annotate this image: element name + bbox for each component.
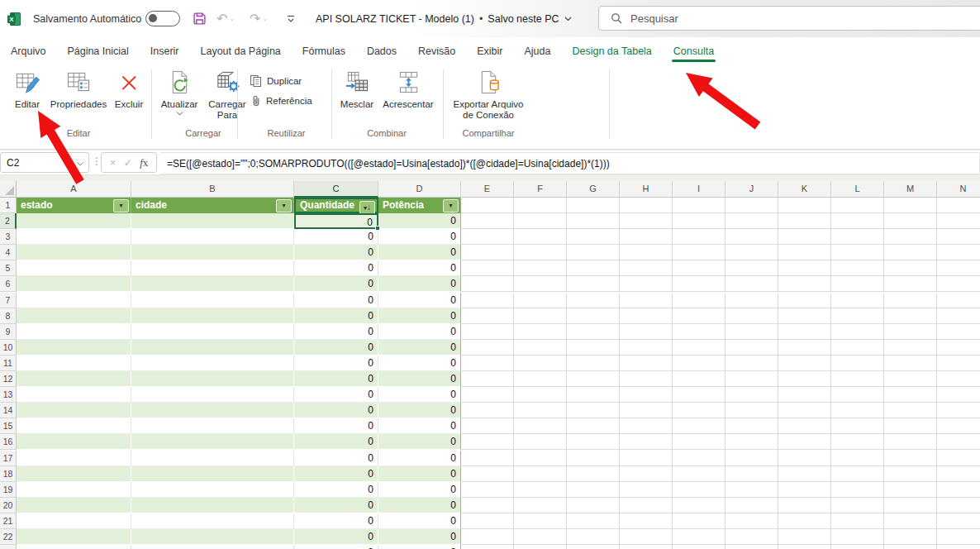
cell-B7[interactable]: [131, 293, 294, 308]
cell-L9[interactable]: [831, 324, 884, 340]
cell-F15[interactable]: [514, 418, 567, 434]
cell-E21[interactable]: [461, 513, 514, 529]
cell-E9[interactable]: [461, 324, 514, 340]
cell-C3[interactable]: 0: [294, 229, 378, 245]
cell-H13[interactable]: [620, 387, 673, 403]
cell-E14[interactable]: [461, 403, 514, 418]
cell-N20[interactable]: [937, 498, 980, 513]
cell-D5[interactable]: 0: [378, 260, 461, 276]
row-header-8[interactable]: 8: [0, 308, 17, 324]
table-header-cidade[interactable]: cidade▾: [131, 198, 294, 213]
cell-N10[interactable]: [937, 340, 980, 356]
cell-G20[interactable]: [567, 498, 620, 513]
cell-L11[interactable]: [831, 356, 884, 371]
cell-H21[interactable]: [620, 513, 673, 529]
cell-N8[interactable]: [937, 308, 980, 324]
cell-B2[interactable]: [131, 213, 294, 229]
cell-A20[interactable]: [17, 498, 131, 513]
cell-G14[interactable]: [567, 403, 620, 418]
cell-A13[interactable]: [17, 387, 131, 403]
cell-K12[interactable]: [778, 371, 831, 387]
column-header-H[interactable]: H: [620, 181, 673, 198]
cell-D23[interactable]: 0: [378, 545, 461, 549]
cell-C17[interactable]: 0: [294, 451, 378, 466]
cell-K5[interactable]: [778, 260, 831, 276]
cell-A14[interactable]: [17, 403, 131, 418]
cell-K18[interactable]: [778, 466, 831, 482]
cell-F11[interactable]: [514, 356, 567, 371]
cell-N5[interactable]: [937, 260, 980, 276]
cell-F6[interactable]: [514, 276, 567, 292]
cell-M2[interactable]: [884, 213, 937, 229]
cell-L5[interactable]: [831, 260, 884, 276]
tab-consulta[interactable]: Consulta: [663, 38, 725, 64]
search-input[interactable]: Pesquisar: [598, 6, 980, 31]
cell-L21[interactable]: [831, 513, 884, 529]
cell-E22[interactable]: [461, 529, 514, 545]
cell-I19[interactable]: [673, 482, 725, 498]
cell-D4[interactable]: 0: [378, 245, 461, 260]
tab-exibir[interactable]: Exibir: [466, 38, 513, 64]
cell-D16[interactable]: 0: [378, 434, 461, 450]
cell-C20[interactable]: 0: [294, 498, 378, 513]
cell-C11[interactable]: 0: [294, 356, 378, 371]
tab-layout-da-página[interactable]: Layout da Página: [189, 38, 291, 64]
cell-H22[interactable]: [620, 529, 673, 545]
row-header-20[interactable]: 20: [0, 498, 17, 513]
cell-I14[interactable]: [673, 403, 725, 418]
cell-A22[interactable]: [17, 529, 131, 545]
cell-N17[interactable]: [937, 451, 980, 466]
cell-K11[interactable]: [778, 356, 831, 371]
cell-N18[interactable]: [937, 466, 980, 482]
cell-E19[interactable]: [461, 482, 514, 498]
cell-A21[interactable]: [17, 513, 131, 529]
cell-J17[interactable]: [725, 451, 778, 466]
cell-K9[interactable]: [778, 324, 831, 340]
cell-M13[interactable]: [884, 387, 937, 403]
cell-E15[interactable]: [461, 418, 514, 434]
cell-C21[interactable]: 0: [294, 513, 378, 529]
cell-H6[interactable]: [620, 276, 673, 292]
cell-F9[interactable]: [514, 324, 567, 340]
cell-M3[interactable]: [884, 229, 937, 245]
tab-fórmulas[interactable]: Fórmulas: [292, 38, 356, 64]
cell-G15[interactable]: [567, 418, 620, 434]
cell-B17[interactable]: [131, 451, 294, 466]
cell-A4[interactable]: [17, 245, 131, 260]
cell-B11[interactable]: [131, 356, 294, 371]
cell-L10[interactable]: [831, 340, 884, 356]
cell-K3[interactable]: [778, 229, 831, 245]
cell-J8[interactable]: [725, 308, 778, 324]
cell-G5[interactable]: [567, 260, 620, 276]
cell-M5[interactable]: [884, 260, 937, 276]
cell-B23[interactable]: [131, 545, 294, 549]
cell-I17[interactable]: [673, 451, 725, 466]
cell-H3[interactable]: [620, 229, 673, 245]
table-header-estado[interactable]: estado▾: [17, 198, 131, 213]
filter-dropdown-icon[interactable]: ▾: [276, 199, 292, 212]
cell-G21[interactable]: [567, 513, 620, 529]
cell-E12[interactable]: [461, 371, 514, 387]
cell-F10[interactable]: [514, 340, 567, 356]
cell-A5[interactable]: [17, 260, 131, 276]
table-header-quantidade[interactable]: Quantidade▾↓: [294, 198, 378, 213]
cell-D11[interactable]: 0: [378, 356, 461, 371]
cell-N14[interactable]: [937, 403, 980, 418]
cell-B3[interactable]: [131, 229, 294, 245]
cell-G4[interactable]: [567, 245, 620, 260]
cell-H15[interactable]: [620, 418, 673, 434]
cell-K7[interactable]: [778, 293, 831, 308]
cell-E20[interactable]: [461, 498, 514, 513]
cell-I6[interactable]: [673, 276, 725, 292]
cell-F13[interactable]: [514, 387, 567, 403]
save-button[interactable]: [193, 0, 207, 37]
cell-K15[interactable]: [778, 418, 831, 434]
cell-C23[interactable]: 0: [294, 545, 378, 549]
cell-K21[interactable]: [778, 513, 831, 529]
cell-L17[interactable]: [831, 451, 884, 466]
cell-A6[interactable]: [17, 276, 131, 292]
cell-F7[interactable]: [514, 293, 567, 308]
cell-L14[interactable]: [831, 403, 884, 418]
cell-I21[interactable]: [673, 513, 725, 529]
cell-J6[interactable]: [725, 276, 778, 292]
